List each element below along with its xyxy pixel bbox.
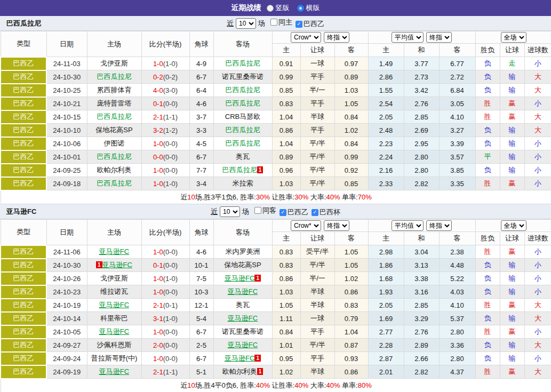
- corner-cell: 12-1: [189, 299, 213, 312]
- col-odds-home: 主: [272, 232, 300, 245]
- handicap-away-odds-cell: 0.92: [334, 164, 368, 177]
- average-odds-group: 平均值 终指: [368, 31, 475, 44]
- team-name[interactable]: 巴西瓜拉尼: [226, 99, 260, 107]
- odds-company-select[interactable]: Crow*: [291, 220, 321, 231]
- avg-draw-odds-cell: 3.13: [404, 259, 439, 272]
- team-name[interactable]: 亚马逊FC: [99, 247, 129, 255]
- summary-stat-value: 30%: [294, 193, 308, 201]
- team-name[interactable]: 巴西瓜拉尼: [226, 59, 260, 67]
- avg-draw-odds-cell: 2.66: [404, 352, 439, 365]
- near-link[interactable]: 近: [227, 19, 234, 28]
- checked-checkbox-icon[interactable]: ✓: [296, 21, 302, 28]
- team-name[interactable]: 亚马逊FC: [228, 341, 258, 349]
- handicap-away-odds-cell: 0.97: [334, 57, 368, 70]
- avg-home-odds-cell: 1.55: [368, 84, 404, 97]
- home-team-cell: 累西腓体育: [87, 84, 141, 97]
- team-name[interactable]: 亚马逊FC: [225, 274, 254, 282]
- avg-draw-odds-cell: 3.29: [404, 312, 439, 325]
- away-team-cell: 巴西瓜拉尼: [213, 97, 272, 110]
- team-name[interactable]: 巴西瓜拉尼: [226, 86, 260, 94]
- team-name[interactable]: 巴西瓜拉尼: [222, 166, 257, 174]
- unchecked-checkbox-icon[interactable]: [254, 207, 261, 214]
- near-link[interactable]: 近: [211, 207, 218, 217]
- goals-result-cell: 小: [524, 164, 551, 177]
- games-label: 场: [258, 19, 265, 28]
- team-name[interactable]: 亚马逊FC: [228, 314, 258, 322]
- score-cell: 3-2(1-2): [141, 124, 189, 137]
- average-odds-select[interactable]: 平均值: [392, 32, 424, 43]
- handicap-odds-group: Crow* 终指: [272, 31, 368, 44]
- corner-cell: 7-5: [189, 272, 213, 285]
- summary-stat-label: 近: [180, 193, 187, 201]
- corner-cell: 5-4: [189, 312, 213, 325]
- vertical-layout-radio[interactable]: 竖版: [267, 3, 290, 13]
- winlose-result-cell: 胜: [475, 245, 500, 259]
- fullmatch-select[interactable]: 全场: [501, 220, 526, 231]
- goals-result-cell: 大: [524, 339, 551, 352]
- summary-stat-label: 场,胜4平0负6, 胜率:: [195, 381, 256, 389]
- radio-selected-icon[interactable]: [297, 5, 304, 12]
- average-final-select[interactable]: 终指: [426, 220, 452, 231]
- handicap-result-cell: 输: [500, 70, 524, 84]
- fulltime-score: 2-1: [153, 301, 163, 309]
- halftime-score: (0-0): [163, 341, 178, 349]
- radio-unselected-icon[interactable]: [267, 5, 274, 12]
- average-odds-select[interactable]: 平均值: [392, 220, 424, 231]
- average-final-select[interactable]: 终指: [426, 32, 452, 43]
- team-name[interactable]: 巴西瓜拉尼: [97, 179, 132, 187]
- fulltime-score: 2-1: [153, 113, 163, 121]
- league-type-cell: 巴西乙: [1, 57, 46, 70]
- summary-stat-value: 40%: [256, 381, 270, 389]
- odds-final-select[interactable]: 终指: [324, 32, 349, 43]
- team-name[interactable]: 巴西瓜拉尼: [97, 113, 132, 121]
- average-odds-group: 平均值 终指: [368, 220, 475, 232]
- avg-draw-odds-cell: 3.38: [404, 272, 439, 285]
- unchecked-checkbox-icon[interactable]: [270, 19, 277, 26]
- team-name[interactable]: 亚马逊FC: [225, 354, 254, 362]
- odds-company-select[interactable]: Crow*: [291, 32, 321, 43]
- avg-home-odds-cell: 2.28: [368, 339, 404, 352]
- team-name[interactable]: 巴西瓜拉尼: [97, 153, 132, 161]
- home-team-cell: 戈伊亚斯: [87, 272, 141, 285]
- team-name[interactable]: 亚马逊FC: [102, 261, 132, 269]
- fullmatch-select[interactable]: 全场: [501, 32, 526, 43]
- away-team-cell: 巴西瓜拉尼: [213, 124, 272, 137]
- handicap-home-odds-cell: 0.84: [272, 325, 300, 339]
- league-type-cell: 巴西乙: [1, 97, 46, 110]
- match-date-cell: 24-11-06: [46, 245, 87, 259]
- corner-cell: 4-9: [189, 57, 213, 70]
- checked-checkbox-icon[interactable]: ✓: [280, 209, 286, 216]
- avg-away-odds-cell: 3.85: [439, 164, 475, 177]
- handicap-result-cell: 输: [500, 164, 524, 177]
- filter-checkbox[interactable]: 同客: [254, 206, 276, 215]
- handicap-result-cell: 输: [500, 137, 524, 150]
- halftime-score: (0-0): [163, 140, 178, 148]
- recent-count-select[interactable]: 10: [236, 18, 256, 29]
- filter-checkbox[interactable]: ✓巴西乙: [280, 207, 308, 217]
- filter-checkbox[interactable]: ✓巴西乙: [296, 19, 324, 29]
- recent-count-select[interactable]: 10: [220, 206, 240, 217]
- team-name[interactable]: 巴西瓜拉尼: [226, 126, 260, 134]
- team-name[interactable]: 亚马逊FC: [99, 327, 129, 335]
- league-type-cell: 巴西乙: [1, 312, 46, 325]
- team-name[interactable]: 亚马逊FC: [99, 301, 129, 309]
- horizontal-layout-radio[interactable]: 横版: [297, 3, 320, 13]
- matches-tbody: 巴西乙24-11-03戈伊亚斯1-0(1-0)4-9巴西瓜拉尼0.91一球0.9…: [1, 57, 551, 190]
- winlose-result-cell: 负: [475, 124, 500, 137]
- team-name[interactable]: 巴西瓜拉尼: [226, 139, 260, 147]
- checked-checkbox-icon[interactable]: ✓: [312, 209, 318, 216]
- summary-stat-value: 10: [187, 381, 195, 389]
- handicap-result-cell: 赢: [500, 177, 524, 190]
- summary-stat-label: 单率:: [340, 381, 357, 389]
- odds-final-select[interactable]: 终指: [324, 220, 349, 231]
- filter-checkbox[interactable]: 同主: [270, 18, 292, 27]
- filter-checkbox[interactable]: ✓巴西杯: [312, 207, 340, 217]
- corner-cell: 4-5: [189, 137, 213, 150]
- avg-away-odds-cell: 4.37: [439, 365, 475, 379]
- score-cell: 1-0(1-0): [141, 177, 189, 190]
- team-name[interactable]: 巴西瓜拉尼: [97, 73, 132, 81]
- team-name[interactable]: 亚马逊FC: [99, 367, 129, 375]
- winlose-result-cell: 胜: [475, 299, 500, 312]
- team-name[interactable]: 亚马逊FC: [228, 287, 258, 295]
- goals-result-cell: 大: [524, 110, 551, 124]
